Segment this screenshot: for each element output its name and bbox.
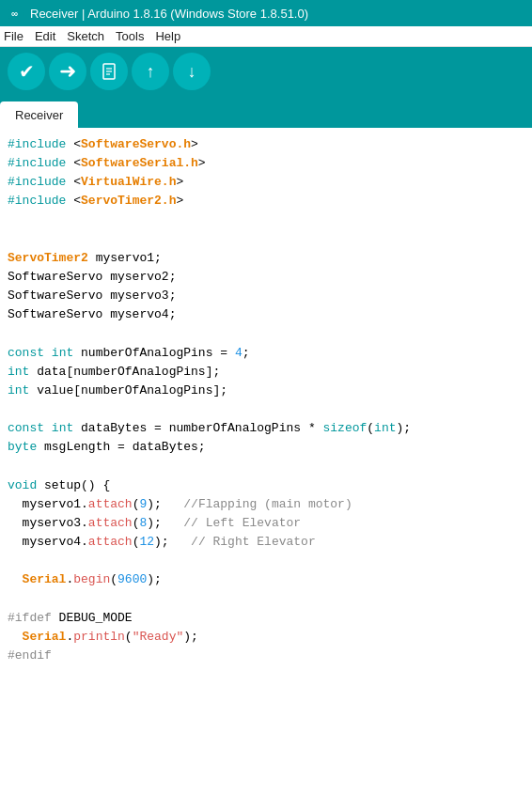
code-line-6 <box>0 230 532 249</box>
menu-sketch[interactable]: Sketch <box>67 29 104 43</box>
upload-button[interactable]: ➜ <box>49 53 86 90</box>
code-line-25 <box>0 589 532 608</box>
menu-file[interactable]: File <box>4 29 23 43</box>
code-line-22: myservo4.attach(12); // Right Elevator <box>0 533 532 552</box>
code-line-3: #include <VirtualWire.h> <box>0 173 532 192</box>
new-button[interactable] <box>90 53 128 90</box>
title-bar: ∞ Receiver | Arduino 1.8.16 (Windows Sto… <box>0 0 532 26</box>
code-line-11 <box>0 324 532 343</box>
code-line-28: #endif <box>0 647 532 665</box>
menu-help[interactable]: Help <box>155 29 180 43</box>
svg-text:∞: ∞ <box>11 8 18 19</box>
code-line-23 <box>0 552 532 570</box>
new-icon <box>100 62 118 81</box>
code-line-20: myservo1.attach(9); //Flapping (main mot… <box>0 495 532 514</box>
menu-bar: File Edit Sketch Tools Help <box>0 26 532 47</box>
menu-tools[interactable]: Tools <box>116 29 144 43</box>
code-area[interactable]: #include <SoftwareServo.h> #include <Sof… <box>0 128 532 811</box>
code-line-12: const int numberOfAnalogPins = 4; <box>0 344 532 363</box>
code-line-17: byte msgLength = dataBytes; <box>0 438 532 457</box>
code-line-4: #include <ServoTimer2.h> <box>0 192 532 211</box>
arduino-logo: ∞ <box>8 5 24 22</box>
verify-button[interactable]: ✔ <box>8 53 45 90</box>
toolbar: ✔ ➜ ↑ ↓ <box>0 47 532 96</box>
code-line-7: ServoTimer2 myservo1; <box>0 249 532 268</box>
code-line-8: SoftwareServo myservo2; <box>0 268 532 287</box>
code-line-15 <box>0 400 532 419</box>
code-line-5 <box>0 211 532 230</box>
code-line-21: myservo3.attach(8); // Left Elevator <box>0 514 532 533</box>
code-line-16: const int dataBytes = numberOfAnalogPins… <box>0 419 532 438</box>
code-line-18 <box>0 457 532 476</box>
code-line-9: SoftwareServo myservo3; <box>0 287 532 305</box>
tab-bar: Receiver <box>0 96 532 128</box>
save-button[interactable]: ↓ <box>173 53 211 90</box>
code-line-19: void setup() { <box>0 476 532 495</box>
code-line-13: int data[numberOfAnalogPins]; <box>0 363 532 382</box>
tab-receiver[interactable]: Receiver <box>0 101 78 128</box>
code-line-14: int value[numberOfAnalogPins]; <box>0 382 532 400</box>
code-line-1: #include <SoftwareServo.h> <box>0 135 532 154</box>
code-line-27: Serial.println("Ready"); <box>0 628 532 647</box>
code-line-2: #include <SoftwareSerial.h> <box>0 154 532 173</box>
code-line-24: Serial.begin(9600); <box>0 570 532 589</box>
window-title: Receiver | Arduino 1.8.16 (Windows Store… <box>30 7 308 21</box>
open-button[interactable]: ↑ <box>132 53 169 90</box>
code-line-10: SoftwareServo myservo4; <box>0 305 532 324</box>
code-line-26: #ifdef DEBUG_MODE <box>0 609 532 628</box>
menu-edit[interactable]: Edit <box>35 29 55 43</box>
